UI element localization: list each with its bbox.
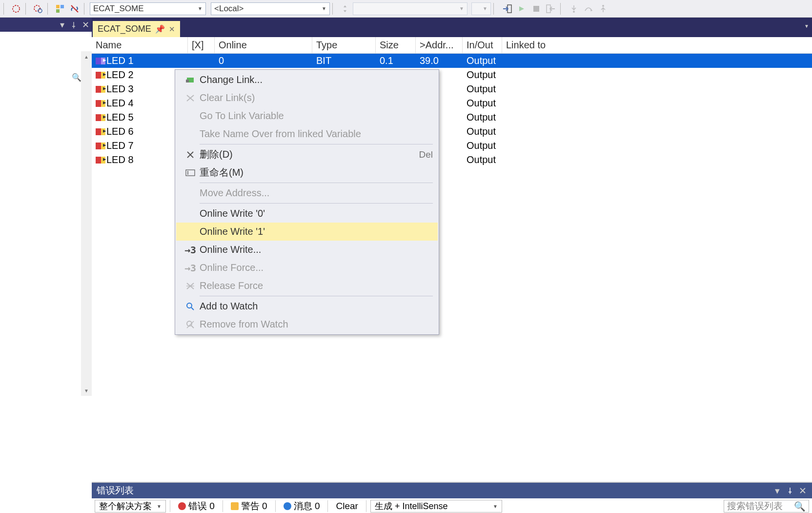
scope-value: 整个解决方案 xyxy=(99,500,152,512)
clear-label: Clear xyxy=(336,501,358,512)
svg-rect-4 xyxy=(61,5,64,8)
header-name[interactable]: Name xyxy=(92,37,188,53)
step-into-icon[interactable] xyxy=(567,2,581,16)
scroll-down-icon[interactable]: ▼ xyxy=(81,385,92,396)
menu-item[interactable]: Add to Watch xyxy=(176,297,438,315)
header-online[interactable]: Online xyxy=(215,37,312,53)
build-filter-value: 生成 + IntelliSense xyxy=(375,500,448,512)
header-linked[interactable]: Linked to xyxy=(502,37,812,53)
warnings-filter[interactable]: 警告 0 xyxy=(227,500,271,513)
var-name: LED 1 xyxy=(106,55,134,66)
tab-bar: ECAT_SOME 📌 ✕ ▼ xyxy=(92,18,812,37)
menu-label: Online Write... xyxy=(200,244,433,255)
step-out-icon[interactable] xyxy=(596,2,610,16)
build-filter-dropdown[interactable]: 生成 + IntelliSense ▼ xyxy=(370,500,502,513)
svg-rect-13 xyxy=(186,80,189,82)
menu-item[interactable]: Online Write '1' xyxy=(176,223,438,241)
pin-icon[interactable]: 📌 xyxy=(155,24,165,34)
menu-item[interactable]: Online Write '0' xyxy=(176,205,438,223)
messages-label: 消息 0 xyxy=(294,500,320,513)
panel-header: ▾ ✕ xyxy=(0,18,92,32)
svg-line-24 xyxy=(191,308,194,310)
menu-item[interactable]: →3Online Write... xyxy=(176,241,438,259)
error-search-input[interactable]: 搜索错误列表 🔍 xyxy=(724,500,809,513)
pin-icon[interactable] xyxy=(69,21,78,29)
remove-watch-icon xyxy=(181,320,200,329)
link-icon xyxy=(181,77,200,83)
menu-label: Change Link... xyxy=(200,74,433,85)
close-icon[interactable]: ✕ xyxy=(169,25,175,34)
menu-separator xyxy=(200,183,433,183)
header-addr[interactable]: >Addr... xyxy=(416,37,463,53)
menu-separator xyxy=(200,203,433,204)
run-icon[interactable] xyxy=(515,2,528,16)
svg-line-26 xyxy=(191,326,194,328)
stepper-icon[interactable] xyxy=(338,2,352,16)
menu-item[interactable]: 删除(D)Del xyxy=(176,145,438,164)
reload-magnify-icon[interactable] xyxy=(31,2,45,16)
info-icon xyxy=(284,502,291,510)
step-over-icon[interactable] xyxy=(582,2,595,16)
search-icon: 🔍 xyxy=(794,501,806,512)
close-icon[interactable]: ✕ xyxy=(81,21,90,29)
variable-icon xyxy=(96,114,105,121)
variable-row[interactable]: LED 10BIT0.139.0Output xyxy=(92,54,812,68)
errors-filter[interactable]: 错误 0 xyxy=(174,500,219,513)
chevron-down-icon[interactable]: ▾ xyxy=(58,21,66,29)
chevron-down-icon[interactable]: ▾ xyxy=(773,486,782,495)
variable-icon xyxy=(96,86,105,93)
scope-dropdown[interactable]: 整个解决方案 ▼ xyxy=(95,500,166,513)
devices-icon[interactable] xyxy=(53,2,67,16)
chevron-down-icon: ▼ xyxy=(493,504,498,509)
logout-icon[interactable] xyxy=(544,2,558,16)
error-list-panel: 错误列表 ▾ ✕ 整个解决方案 ▼ 错误 0 警告 0 消息 0 Clear xyxy=(92,482,812,513)
chevron-down-icon: ▼ xyxy=(480,6,487,11)
clear-button[interactable]: Clear xyxy=(332,500,362,513)
chevron-down-icon: ▼ xyxy=(456,6,464,11)
menu-shortcut: Del xyxy=(419,149,433,160)
separator xyxy=(47,3,51,15)
tab-ecat-some[interactable]: ECAT_SOME 📌 ✕ xyxy=(93,21,180,37)
pin-icon[interactable] xyxy=(786,486,794,495)
svg-rect-8 xyxy=(533,6,539,12)
separator xyxy=(84,3,87,15)
close-icon[interactable]: ✕ xyxy=(798,486,807,495)
header-type[interactable]: Type xyxy=(312,37,376,53)
chevron-down-icon: ▼ xyxy=(157,504,162,509)
var-name: LED 3 xyxy=(106,83,134,95)
target-select[interactable]: <Local> ▼ xyxy=(211,2,330,15)
unlink-icon[interactable] xyxy=(68,2,81,16)
var-addr: 39.0 xyxy=(416,55,463,66)
menu-separator xyxy=(200,144,433,144)
menu-label: Online Force... xyxy=(200,262,433,273)
var-name: LED 5 xyxy=(106,112,134,123)
header-size[interactable]: Size xyxy=(376,37,416,53)
menu-item[interactable]: Change Link... xyxy=(176,71,438,89)
messages-filter[interactable]: 消息 0 xyxy=(280,500,324,513)
reload-icon[interactable] xyxy=(9,2,23,16)
menu-item: →3Online Force... xyxy=(176,259,438,277)
scrollbar[interactable]: ▲ ▼ xyxy=(81,51,92,396)
menu-label: Add to Watch xyxy=(200,301,433,312)
svg-rect-3 xyxy=(56,5,60,8)
search-input-row[interactable]: 🔍 ▾ xyxy=(0,68,92,86)
scroll-up-icon[interactable]: ▲ xyxy=(81,51,92,62)
delete-icon xyxy=(181,151,200,159)
panel-body: 🔍 ▾ ▲ ▼ xyxy=(0,32,92,396)
warnings-label: 警告 0 xyxy=(241,500,267,513)
errors-label: 错误 0 xyxy=(188,500,215,513)
chevron-down-icon: ▼ xyxy=(195,6,203,11)
menu-item[interactable]: 重命名(M) xyxy=(176,164,438,182)
scroll-track[interactable] xyxy=(81,62,92,385)
menu-label: Remove from Watch xyxy=(200,319,433,330)
stop-icon[interactable] xyxy=(529,2,543,16)
menu-item: Remove from Watch xyxy=(176,315,438,333)
empty-select-2[interactable]: ▼ xyxy=(471,2,491,15)
header-x[interactable]: [X] xyxy=(188,37,215,53)
empty-select-1[interactable]: ▼ xyxy=(353,2,467,15)
tab-overflow-icon[interactable]: ▼ xyxy=(804,23,809,29)
project-select[interactable]: ECAT_SOME ▼ xyxy=(90,2,206,15)
header-inout[interactable]: In/Out xyxy=(463,37,502,53)
login-icon[interactable] xyxy=(500,2,514,16)
svg-rect-18 xyxy=(186,170,195,176)
